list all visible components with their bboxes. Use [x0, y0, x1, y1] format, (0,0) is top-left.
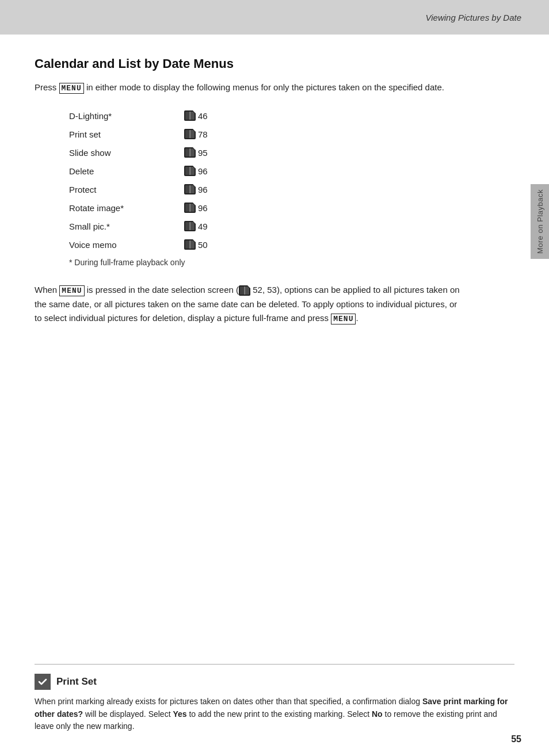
svg-rect-5 — [185, 130, 189, 138]
menu-label-dlighting: D-Lighting* — [69, 111, 184, 121]
ref-num-slideshow: 95 — [198, 148, 208, 158]
svg-rect-9 — [185, 148, 189, 156]
note-body-bold3: No — [372, 709, 383, 719]
menu-label-delete: Delete — [69, 166, 184, 176]
ref-num-rotate: 96 — [198, 203, 208, 213]
ref-num-voicememo: 50 — [198, 240, 208, 250]
note-header: Print Set — [35, 674, 514, 690]
main-content: Calendar and List by Date Menus Press ME… — [0, 35, 501, 360]
svg-rect-10 — [190, 148, 195, 156]
note-box: Print Set When print marking already exi… — [35, 664, 514, 733]
ref-num-delete: 96 — [198, 166, 208, 176]
menu-ref-dlighting: 46 — [184, 110, 208, 121]
menu-ref-smallpic: 49 — [184, 221, 208, 231]
svg-rect-25 — [185, 222, 189, 230]
ref-num-dlighting: 46 — [198, 111, 208, 121]
ref-icon-delete — [184, 166, 196, 176]
checkmark-icon — [37, 677, 48, 687]
svg-rect-21 — [185, 204, 189, 212]
body-end: . — [356, 313, 358, 323]
menu-label-printset: Print set — [69, 129, 184, 139]
menu-label-protect: Protect — [69, 185, 184, 194]
ref-num-smallpic: 49 — [198, 222, 208, 231]
body-ref-num: 52, 53 — [253, 285, 277, 295]
note-body-part1: When print marking already exists for pi… — [35, 697, 422, 706]
bottom-note: Print Set When print marking already exi… — [0, 664, 549, 733]
menu-label-smallpic: Small pic.* — [69, 222, 184, 231]
sidebar-tab-text: More on Playback — [536, 189, 544, 254]
menu-ref-delete: 96 — [184, 166, 208, 176]
menu-keyword-body2: MENU — [331, 314, 356, 324]
footnote: * During full-frame playback only — [69, 258, 466, 267]
menu-row-printset: Print set 78 — [69, 127, 466, 142]
page-number: 55 — [511, 734, 521, 744]
menu-label-slideshow: Slide show — [69, 148, 184, 158]
menu-row-voicememo: Voice memo 50 — [69, 237, 466, 252]
menu-label-voicememo: Voice memo — [69, 240, 184, 250]
intro-paragraph: Press MENU in either mode to display the… — [35, 81, 466, 94]
svg-rect-13 — [185, 167, 189, 175]
menu-items-table: D-Lighting* 46 Print set 78 Slide show 9… — [69, 108, 466, 252]
sidebar-tab: More on Playback — [531, 184, 549, 259]
intro-before-menu: Press — [35, 82, 59, 92]
menu-row-rotate: Rotate image* 96 — [69, 200, 466, 215]
svg-rect-30 — [190, 240, 195, 249]
menu-row-dlighting: D-Lighting* 46 — [69, 108, 466, 123]
svg-rect-6 — [190, 130, 195, 138]
ref-icon-protect — [184, 184, 196, 194]
menu-row-slideshow: Slide show 95 — [69, 145, 466, 160]
menu-ref-printset: 78 — [184, 129, 208, 139]
header-bar: Viewing Pictures by Date — [0, 0, 549, 35]
svg-rect-18 — [190, 185, 195, 193]
menu-ref-slideshow: 95 — [184, 147, 208, 158]
menu-row-delete: Delete 96 — [69, 163, 466, 178]
ref-icon-voicememo — [184, 239, 196, 250]
svg-rect-14 — [190, 167, 195, 175]
menu-row-protect: Protect 96 — [69, 182, 466, 197]
menu-keyword-intro: MENU — [59, 83, 84, 94]
menu-ref-rotate: 96 — [184, 203, 208, 213]
ref-num-printset: 78 — [198, 129, 208, 139]
header-title: Viewing Pictures by Date — [426, 13, 521, 22]
note-icon — [35, 674, 51, 690]
note-title: Print Set — [56, 676, 97, 688]
ref-icon-smallpic — [184, 221, 196, 231]
menu-ref-voicememo: 50 — [184, 239, 208, 250]
ref-icon-printset — [184, 129, 196, 139]
svg-rect-33 — [240, 287, 244, 295]
svg-rect-2 — [190, 112, 195, 120]
note-body-bold2: Yes — [173, 709, 186, 719]
svg-rect-17 — [185, 185, 189, 193]
ref-icon-rotate — [184, 203, 196, 213]
menu-label-rotate: Rotate image* — [69, 203, 184, 213]
svg-rect-22 — [190, 204, 195, 212]
body-before1: When — [35, 285, 59, 295]
body-paragraph: When MENU is pressed in the date selecti… — [35, 283, 466, 326]
note-body-part2: will be displayed. Select — [83, 709, 173, 719]
svg-rect-29 — [185, 240, 189, 249]
ref-icon-dlighting — [184, 110, 196, 121]
svg-rect-26 — [190, 222, 195, 230]
svg-rect-1 — [185, 112, 189, 120]
menu-ref-protect: 96 — [184, 184, 208, 194]
ref-icon-slideshow — [184, 147, 196, 158]
intro-after-menu: in either mode to display the following … — [84, 82, 444, 92]
note-body-part3: to add the new print to the existing mar… — [187, 709, 372, 719]
menu-keyword-body1: MENU — [59, 285, 84, 296]
body-middle1: is pressed in the date selection screen … — [85, 285, 239, 295]
section-heading: Calendar and List by Date Menus — [35, 56, 466, 71]
menu-row-smallpic: Small pic.* 49 — [69, 219, 466, 234]
ref-icon-body — [239, 285, 250, 296]
note-body: When print marking already exists for pi… — [35, 696, 514, 733]
ref-num-protect: 96 — [198, 185, 208, 194]
svg-rect-34 — [245, 287, 249, 295]
